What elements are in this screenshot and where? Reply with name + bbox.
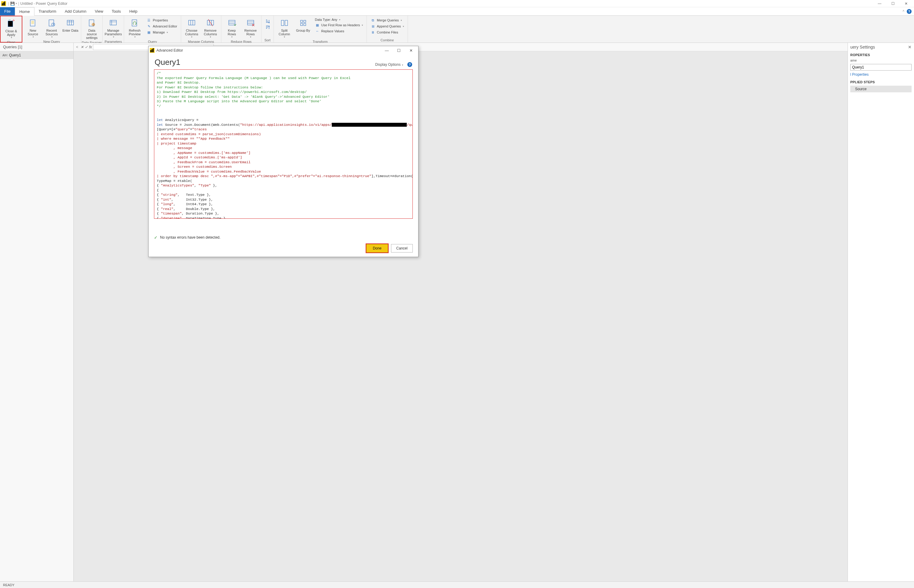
tab-help[interactable]: Help: [125, 7, 142, 15]
manage-button[interactable]: ▦Manage▾: [146, 29, 178, 35]
manage-parameters-button[interactable]: Manage Parameters▾: [104, 17, 122, 39]
replace-values-button[interactable]: ↔Replace Values: [314, 28, 363, 34]
query-name-input[interactable]: [850, 64, 912, 71]
group-by-button[interactable]: Group By: [294, 17, 312, 33]
merge-queries-button[interactable]: ⧉Merge Queries▾: [370, 18, 405, 23]
remove-columns-button[interactable]: Remove Columns▾: [202, 17, 219, 39]
manage-parameters-icon: [109, 18, 118, 28]
svg-rect-23: [152, 49, 152, 52]
syntax-status-text: No syntax errors have been detected.: [160, 235, 220, 239]
close-button[interactable]: ✕: [899, 0, 913, 7]
dialog-help-icon[interactable]: ?: [407, 62, 412, 67]
all-properties-link[interactable]: l Properties: [850, 73, 912, 77]
svg-rect-21: [303, 24, 306, 26]
properties-icon: ☰: [146, 18, 151, 23]
statusbar: READY: [0, 582, 914, 588]
tab-home[interactable]: Home: [15, 7, 34, 16]
ribbon-group-label: Sort: [261, 38, 274, 42]
maximize-button[interactable]: ☐: [886, 0, 899, 7]
ribbon-group-query: Refresh Preview▾ ☰Properties ✎Advanced E…: [124, 16, 181, 42]
status-text: READY: [3, 583, 15, 587]
ribbon-group-combine: ⧉Merge Queries▾ ⊞Append Queries▾ 🗎Combin…: [367, 16, 408, 42]
tab-transform[interactable]: Transform: [34, 7, 61, 15]
code-editor[interactable]: /* The exported Power Query Formula Lang…: [154, 69, 413, 219]
svg-rect-14: [228, 20, 235, 25]
close-settings-icon[interactable]: ✕: [908, 45, 912, 50]
queries-pane: Queries [1] ABC Query1: [0, 43, 74, 582]
ribbon-group-data-sources: Data source settings Data Sources: [81, 16, 103, 42]
redacted-app-id: ████████████████████████████████████: [332, 123, 407, 127]
advanced-editor-icon: ✎: [146, 24, 151, 29]
sort-asc-button[interactable]: [264, 19, 271, 24]
advanced-editor-button[interactable]: ✎Advanced Editor: [146, 24, 178, 29]
remove-columns-icon: [206, 18, 215, 28]
settings-pane-header: uery Settings: [850, 45, 875, 50]
collapse-queries-icon[interactable]: <: [76, 45, 78, 49]
ribbon-collapse-icon[interactable]: ^: [903, 9, 904, 14]
ribbon: Close & Apply▾ Close New Source▾ Recent …: [0, 16, 914, 43]
svg-rect-12: [188, 20, 195, 25]
ribbon-group-reduce-rows: Keep Rows▾ Remove Rows▾ Reduce Rows: [221, 16, 261, 42]
qat-dropdown-icon[interactable]: ▾: [16, 2, 17, 5]
query-item[interactable]: ABC Query1: [0, 51, 73, 59]
tab-tools[interactable]: Tools: [107, 7, 125, 15]
enter-data-icon: [65, 18, 75, 28]
minimize-button[interactable]: —: [873, 0, 886, 7]
properties-button[interactable]: ☰Properties: [146, 18, 178, 23]
group-by-icon: [298, 18, 308, 28]
remove-rows-button[interactable]: Remove Rows▾: [242, 17, 259, 39]
combine-files-icon: 🗎: [371, 30, 375, 35]
first-row-headers-button[interactable]: ▦Use First Row as Headers▾: [314, 22, 363, 28]
done-button[interactable]: Done: [366, 244, 388, 252]
data-source-settings-button[interactable]: Data source settings: [83, 17, 100, 40]
cancel-icon[interactable]: ✕: [81, 45, 84, 49]
svg-rect-3: [8, 21, 13, 27]
ribbon-group-label: Combine: [367, 38, 408, 42]
svg-rect-4: [30, 20, 35, 26]
dialog-header: Query1 Display Options ▾ ?: [149, 55, 418, 69]
enter-data-button[interactable]: Enter Data: [62, 17, 79, 33]
sort-desc-button[interactable]: [264, 25, 271, 30]
ribbon-group-new-query: New Source▾ Recent Sources▾ Enter Data N…: [22, 16, 81, 42]
data-type-button[interactable]: Data Type: Any▾: [314, 18, 363, 22]
name-label: ame: [850, 58, 912, 62]
dialog-close-button[interactable]: ✕: [405, 47, 417, 54]
svg-rect-20: [300, 24, 303, 26]
split-column-button[interactable]: Split Column▾: [275, 17, 293, 39]
menubar: File Home Transform Add Column View Tool…: [0, 7, 914, 16]
replace-values-icon: ↔: [315, 29, 320, 34]
ribbon-group-parameters: Manage Parameters▾ Parameters: [103, 16, 124, 42]
applied-step-item[interactable]: Source: [850, 86, 912, 92]
keep-rows-button[interactable]: Keep Rows▾: [223, 17, 241, 39]
svg-rect-10: [110, 20, 117, 25]
svg-rect-1: [3, 2, 4, 5]
combine-files-button[interactable]: 🗎Combine Files: [370, 29, 405, 35]
help-icon[interactable]: ?: [907, 9, 912, 14]
append-queries-button[interactable]: ⊞Append Queries▾: [370, 24, 405, 29]
svg-rect-22: [151, 50, 151, 52]
tab-add-column[interactable]: Add Column: [60, 7, 91, 15]
close-apply-button[interactable]: Close & Apply▾: [2, 18, 20, 40]
merge-queries-icon: ⧉: [371, 18, 375, 23]
choose-columns-button[interactable]: Choose Columns▾: [183, 17, 201, 39]
remove-rows-icon: [246, 18, 256, 28]
close-apply-icon: [6, 19, 16, 28]
workspace: Queries [1] ABC Query1 < ✕ ✓ fx Advanced…: [0, 43, 914, 582]
advanced-editor-dialog: Advanced Editor — ☐ ✕ Query1 Display Opt…: [148, 46, 418, 257]
svg-rect-15: [247, 20, 254, 25]
fx-label[interactable]: fx: [89, 45, 92, 49]
refresh-preview-button[interactable]: Refresh Preview▾: [126, 17, 143, 39]
display-options-button[interactable]: Display Options ▾: [375, 63, 403, 67]
dialog-titlebar: Advanced Editor — ☐ ✕: [149, 46, 418, 55]
cancel-button[interactable]: Cancel: [391, 244, 413, 252]
applied-steps-list: Source: [850, 86, 912, 92]
tab-view[interactable]: View: [91, 7, 107, 15]
save-icon[interactable]: 💾: [10, 1, 15, 6]
accept-icon[interactable]: ✓: [85, 45, 88, 49]
new-source-button[interactable]: New Source▾: [24, 17, 42, 39]
recent-sources-button[interactable]: Recent Sources▾: [43, 17, 60, 39]
dialog-maximize-button[interactable]: ☐: [393, 47, 405, 54]
dialog-minimize-button[interactable]: —: [381, 47, 393, 54]
tab-file[interactable]: File: [0, 7, 15, 15]
ribbon-group-manage-columns: Choose Columns▾ Remove Columns▾ Manage C…: [181, 16, 221, 42]
